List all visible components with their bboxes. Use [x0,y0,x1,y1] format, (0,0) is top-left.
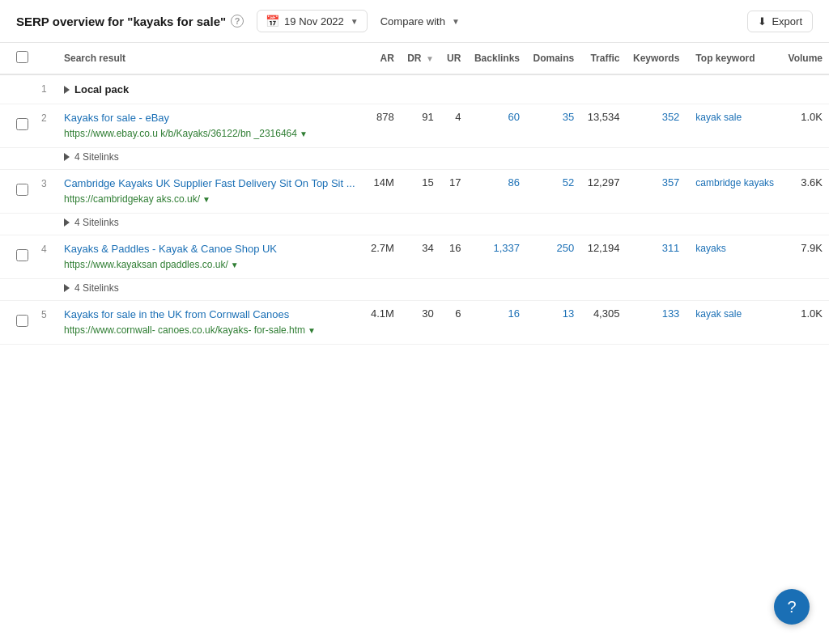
row-ar: 14M [364,169,401,213]
row-backlinks[interactable]: 16 [467,300,526,344]
result-title-link[interactable]: Kayaks & Paddles - Kayak & Canoe Shop UK [64,243,277,255]
sitelinks-row: 4 Sitelinks [0,278,829,300]
top-keyword-link[interactable]: kayak sale [695,308,742,320]
row-checkbox[interactable] [16,315,28,327]
row-traffic: 12,194 [580,235,626,278]
row-domains[interactable]: 52 [526,169,580,213]
sitelinks-label[interactable]: 4 Sitelinks [64,217,823,228]
keywords-value[interactable]: 311 [662,242,680,254]
sitelinks-cell: 4 Sitelinks [57,278,829,300]
col-header-backlinks[interactable]: Backlinks [467,43,526,74]
date-picker[interactable]: 📅 19 Nov 2022 ▼ [257,10,368,32]
sitelinks-expand-icon[interactable] [64,153,70,161]
col-header-ar[interactable]: AR [364,43,401,74]
help-icon[interactable]: ? [231,15,244,28]
row-domains[interactable]: 250 [526,235,580,278]
row-checkbox[interactable] [16,118,28,130]
date-value: 19 Nov 2022 [284,15,344,28]
local-pack-expand-icon[interactable] [64,86,70,94]
table-header: Search result AR DR ▼ UR Backlinks Domai… [0,43,829,74]
backlinks-value[interactable]: 1,337 [493,242,520,254]
row-keywords[interactable]: 352 [626,104,686,148]
row-top-keyword[interactable]: kayak sale [686,104,781,148]
col-header-dr[interactable]: DR ▼ [401,43,440,74]
url-dropdown-icon[interactable]: ▼ [300,129,308,140]
row-keywords[interactable]: 133 [626,300,686,344]
top-keyword-link[interactable]: kayaks [695,243,725,254]
title-text: SERP overview for "kayaks for sale" [16,15,226,28]
domains-value[interactable]: 52 [563,176,574,189]
url-dropdown-icon[interactable]: ▼ [202,194,210,205]
backlinks-value[interactable]: 16 [508,307,520,320]
result-url-text: https://www.ebay.co.u k/b/Kayaks/36122/b… [64,127,297,141]
domains-value[interactable]: 13 [563,307,574,320]
row-volume: 1.0K [781,104,829,148]
row-backlinks[interactable]: 1,337 [467,235,526,278]
row-traffic: 4,305 [580,300,626,344]
col-header-top-keyword[interactable]: Top keyword [686,43,781,74]
select-all-checkbox[interactable] [16,51,28,63]
page-title: SERP overview for "kayaks for sale" ? [16,15,244,28]
col-header-check [0,43,35,74]
backlinks-value[interactable]: 86 [508,176,520,189]
top-keyword-link[interactable]: cambridge kayaks [695,177,774,189]
result-title-link[interactable]: Kayaks for sale - eBay [64,112,169,124]
row-backlinks[interactable]: 86 [467,169,526,213]
col-header-traffic[interactable]: Traffic [580,43,626,74]
row-top-keyword[interactable]: kayaks [686,235,781,278]
row-dr: 34 [401,235,440,278]
row-checkbox[interactable] [16,184,28,196]
export-icon: ⬇ [758,15,767,28]
sitelinks-check [0,278,35,300]
col-header-keywords[interactable]: Keywords [626,43,686,74]
compare-with-button[interactable]: Compare with ▼ [380,15,460,28]
row-checkbox[interactable] [16,249,28,261]
row-top-keyword[interactable]: cambridge kayaks [686,169,781,213]
page-header: SERP overview for "kayaks for sale" ? 📅 … [0,0,829,43]
col-header-domains[interactable]: Domains [526,43,580,74]
keywords-value[interactable]: 357 [662,176,680,189]
result-url-text: https://www.kayaksan dpaddles.co.uk/ [64,258,228,272]
sitelinks-num [35,213,57,235]
domains-value[interactable]: 35 [563,111,574,123]
sitelinks-label[interactable]: 4 Sitelinks [64,151,823,163]
result-url: https://www.kayaksan dpaddles.co.uk/ ▼ [64,258,358,272]
url-dropdown-icon[interactable]: ▼ [231,260,239,271]
result-url-text: https://www.cornwall- canoes.co.uk/kayak… [64,324,305,337]
result-title-link[interactable]: Kayaks for sale in the UK from Cornwall … [64,308,289,320]
result-title-link[interactable]: Cambridge Kayaks UK Supplier Fast Delive… [64,177,355,189]
row-domains[interactable]: 13 [526,300,580,344]
result-url-text: https://cambridgekay aks.co.uk/ [64,193,200,206]
row-checkbox-cell [0,169,35,213]
keywords-value[interactable]: 133 [662,307,680,320]
row-result-cell: Kayaks for sale in the UK from Cornwall … [57,300,364,344]
backlinks-value[interactable]: 60 [508,111,520,123]
row-checkbox-cell [0,235,35,278]
table-row: 3 Cambridge Kayaks UK Supplier Fast Deli… [0,169,829,213]
export-button[interactable]: ⬇ Export [747,11,813,32]
sitelinks-row: 4 Sitelinks [0,147,829,169]
result-url: https://cambridgekay aks.co.uk/ ▼ [64,193,358,206]
row-keywords[interactable]: 357 [626,169,686,213]
sitelinks-row: 4 Sitelinks [0,213,829,235]
top-keyword-link[interactable]: kayak sale [695,112,742,123]
row-backlinks[interactable]: 60 [467,104,526,148]
row-result-cell: Cambridge Kayaks UK Supplier Fast Delive… [57,169,364,213]
compare-label: Compare with [380,15,445,28]
row-keywords[interactable]: 311 [626,235,686,278]
row-domains[interactable]: 35 [526,104,580,148]
keywords-value[interactable]: 352 [662,111,680,123]
serp-table-container: Search result AR DR ▼ UR Backlinks Domai… [0,43,829,345]
sitelinks-label[interactable]: 4 Sitelinks [64,282,823,294]
domains-value[interactable]: 250 [557,242,575,254]
sitelinks-expand-icon[interactable] [64,284,70,292]
table-row: 5 Kayaks for sale in the UK from Cornwal… [0,300,829,344]
url-dropdown-icon[interactable]: ▼ [308,325,316,337]
col-header-ur[interactable]: UR [440,43,468,74]
col-header-volume[interactable]: Volume [781,43,829,74]
date-dropdown-arrow: ▼ [351,17,359,26]
row-top-keyword[interactable]: kayak sale [686,300,781,344]
row-volume: 7.9K [781,235,829,278]
sitelinks-expand-icon[interactable] [64,218,70,227]
sitelinks-text: 4 Sitelinks [74,217,119,228]
